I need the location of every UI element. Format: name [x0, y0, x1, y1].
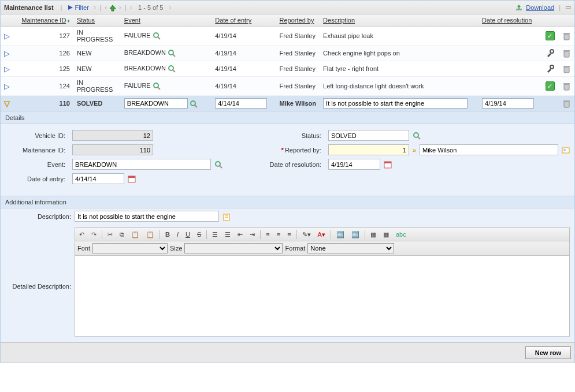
col-event[interactable]: Event — [124, 17, 140, 24]
unordered-list-icon[interactable]: ☰ — [223, 230, 232, 239]
lookup-icon[interactable] — [413, 131, 421, 139]
nav-prev-icon[interactable]: ‹ — [105, 3, 107, 12]
description-cell: Flat tyre - right front — [323, 65, 379, 72]
goto-icon[interactable]: » — [413, 147, 416, 154]
event-field[interactable] — [72, 159, 211, 170]
replace-icon[interactable]: 🔤 — [350, 230, 361, 239]
outdent-icon[interactable]: ⇤ — [236, 230, 244, 239]
find-icon[interactable]: 🔤 — [335, 230, 346, 239]
expand-row-icon[interactable]: ▷ — [4, 49, 10, 58]
reported-by-name-field[interactable] — [420, 144, 558, 155]
font-color-icon[interactable]: A▾ — [316, 230, 327, 239]
lookup-icon[interactable] — [153, 82, 161, 89]
svg-rect-20 — [564, 84, 569, 90]
event-cell-input[interactable] — [124, 98, 188, 109]
strike-icon[interactable]: S — [195, 230, 203, 238]
bold-icon[interactable]: B — [164, 230, 172, 238]
col-maintenance-id[interactable]: Maintenance ID — [21, 17, 66, 24]
table-row[interactable]: ▷125NEWBREAKDOWN 4/19/14Fred StanleyFlat… — [1, 61, 574, 77]
delete-row-icon[interactable] — [563, 99, 570, 107]
delete-row-icon[interactable] — [563, 48, 570, 57]
vehicle-id-field[interactable] — [72, 130, 153, 141]
maintenance-id-field[interactable] — [72, 144, 153, 155]
svg-line-23 — [195, 105, 197, 107]
align-right-icon[interactable]: ≡ — [285, 230, 292, 238]
description-cell: Exhaust pipe leak — [323, 32, 373, 39]
expand-row-icon[interactable]: ▷ — [4, 32, 10, 40]
spellcheck-icon[interactable]: abc — [394, 230, 408, 238]
insert-table-icon[interactable]: ▦ — [369, 230, 378, 239]
expand-row-icon[interactable]: ▷ — [4, 65, 10, 73]
paste-text-icon[interactable]: 📋 — [144, 230, 156, 239]
table-row[interactable]: ▷126NEWBREAKDOWN 4/19/14Fred StanleyChec… — [1, 46, 574, 61]
edit-note-icon[interactable] — [221, 213, 231, 220]
reported-by-id-field[interactable] — [328, 144, 409, 155]
col-description[interactable]: Description — [323, 17, 355, 24]
table-row[interactable]: ▷124IN PROGRESSFAILURE 4/19/14Fred Stanl… — [1, 77, 574, 96]
check-icon[interactable]: ✓ — [546, 81, 555, 91]
indent-icon[interactable]: ⇥ — [248, 230, 257, 239]
align-center-icon[interactable]: ≡ — [275, 230, 282, 238]
redo-icon[interactable]: ↷ — [90, 230, 98, 239]
undo-icon[interactable]: ↶ — [77, 230, 86, 239]
delete-row-icon[interactable] — [563, 81, 570, 90]
lookup-icon[interactable] — [190, 100, 198, 107]
lookup-icon[interactable] — [214, 160, 222, 168]
tools-icon[interactable] — [546, 49, 555, 56]
delete-row-icon[interactable] — [563, 64, 570, 73]
ordered-list-icon[interactable]: ☰ — [210, 230, 220, 239]
arrow-up-icon[interactable] — [109, 3, 116, 12]
download-link[interactable]: Download — [526, 4, 554, 11]
delete-row-icon[interactable] — [563, 31, 570, 40]
detailed-description-editor[interactable] — [75, 256, 570, 337]
calendar-icon[interactable] — [384, 160, 392, 168]
collapse-icon[interactable]: ▭ — [565, 3, 571, 11]
lookup-icon[interactable] — [168, 65, 176, 72]
rte-toolbar: ↶ ↷ ✂ ⧉ 📋 📋 B I U S ☰ ☰ ⇤ ⇥ — [75, 227, 570, 241]
date-res-field[interactable] — [328, 159, 380, 170]
italic-icon[interactable]: I — [175, 230, 180, 238]
description-cell-input[interactable] — [323, 98, 468, 109]
filter-button[interactable]: Filter — [65, 3, 91, 12]
status-field[interactable] — [328, 130, 409, 141]
date-res-cell-input[interactable] — [482, 98, 534, 109]
date-entry-field[interactable] — [72, 173, 124, 184]
select-all-icon[interactable]: ▦ — [381, 230, 391, 239]
expand-row-icon[interactable]: ▷ — [4, 82, 10, 91]
table-row[interactable]: ▷127IN PROGRESSFAILURE 4/19/14Fred Stanl… — [1, 27, 574, 46]
col-date-resolution[interactable]: Date of resolution — [482, 17, 532, 24]
expand-row-icon[interactable]: ▽ — [4, 99, 10, 108]
col-reported-by[interactable]: Reported by — [280, 17, 314, 24]
nav-next-icon[interactable]: › — [94, 3, 96, 12]
format-select[interactable]: None — [307, 243, 394, 253]
new-row-button[interactable]: New row — [525, 346, 571, 359]
lookup-icon[interactable] — [153, 32, 161, 39]
event-label: Event: — [5, 161, 69, 168]
size-select[interactable] — [184, 243, 283, 253]
cut-icon[interactable]: ✂ — [106, 230, 114, 239]
sort-indicator-icon: ♦ — [66, 18, 70, 24]
calendar-icon[interactable] — [128, 174, 136, 182]
card-lookup-icon[interactable] — [562, 145, 570, 154]
col-date-entry[interactable]: Date of entry — [215, 17, 251, 24]
nav-first-icon[interactable]: ‹ — [130, 3, 132, 12]
nav-next-icon[interactable]: › — [118, 3, 121, 12]
copy-icon[interactable]: ⧉ — [118, 230, 126, 239]
tools-icon[interactable] — [546, 65, 555, 72]
paste-icon[interactable]: 📋 — [129, 230, 141, 239]
download-icon[interactable] — [515, 3, 522, 11]
description-cell: Left long-distance light doesn't work — [323, 83, 424, 89]
table-row[interactable]: ▽110SOLVED Mike Wilson — [1, 96, 574, 111]
align-left-icon[interactable]: ≡ — [264, 230, 271, 238]
nav-last-icon[interactable]: › — [169, 3, 171, 12]
underline-icon[interactable]: U — [184, 230, 192, 238]
reporter-cell: Fred Stanley — [280, 50, 316, 57]
separator: | — [124, 4, 128, 11]
font-select[interactable] — [92, 243, 168, 253]
lookup-icon[interactable] — [168, 49, 176, 56]
check-icon[interactable]: ✓ — [546, 31, 555, 40]
col-status[interactable]: Status — [77, 17, 95, 24]
highlight-icon[interactable]: ✎▾ — [301, 230, 313, 239]
description-field[interactable] — [75, 211, 219, 222]
date-entry-cell-input[interactable] — [215, 98, 267, 109]
